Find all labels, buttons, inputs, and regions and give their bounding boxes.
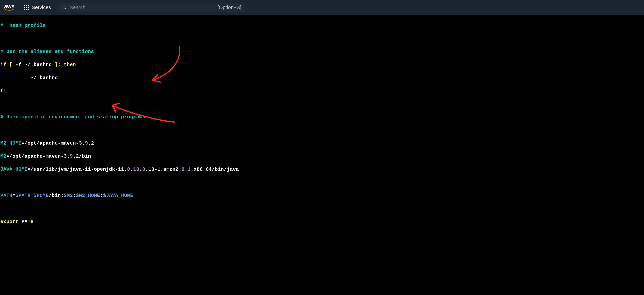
code-line: # User specific environment and startup … (0, 114, 644, 120)
aws-logo-text: aws (4, 4, 14, 9)
code-line: # .bash_profile (0, 22, 644, 29)
code-blank (0, 36, 644, 42)
search-box[interactable]: [Option+S] (59, 3, 245, 12)
search-shortcut-hint: [Option+S] (217, 4, 241, 10)
apps-grid-icon (24, 5, 29, 10)
code-blank (0, 101, 644, 107)
code-line: if [ -f ~/.bashrc ]; then (0, 62, 644, 68)
aws-logo[interactable]: aws (4, 4, 14, 11)
search-container: [Option+S] (59, 3, 245, 12)
services-label: Services (32, 4, 51, 10)
code-line: # Get the aliases and functions (0, 48, 644, 55)
code-line: export PATH (0, 218, 644, 225)
code-line: fi (0, 88, 644, 94)
code-line: . ~/.bashrc (0, 75, 644, 81)
code-line: M2=/opt/apache-maven-3.9.2/bin (0, 153, 644, 160)
code-blank (0, 127, 644, 134)
services-menu[interactable]: Services (24, 4, 51, 10)
search-input[interactable] (70, 4, 214, 10)
header-divider (19, 3, 19, 12)
code-line: PATH=$PATH:$HOME/bin:$M2:$M2_HOME:$JAVA_… (0, 192, 644, 199)
aws-smile-icon (4, 8, 14, 11)
terminal-editor[interactable]: # .bash_profile # Get the aliases and fu… (0, 15, 644, 264)
svg-line-1 (65, 8, 66, 9)
code-blank (0, 206, 644, 212)
code-line: M2_HOME=/opt/apache-maven-3.9.2 (0, 140, 644, 146)
code-line: JAVA_HOME=/usr/lib/jvm/java-11-openjdk-1… (0, 166, 644, 173)
top-bar: aws Services [Option+S] (0, 0, 644, 15)
search-icon (62, 5, 66, 10)
code-blank (0, 179, 644, 186)
